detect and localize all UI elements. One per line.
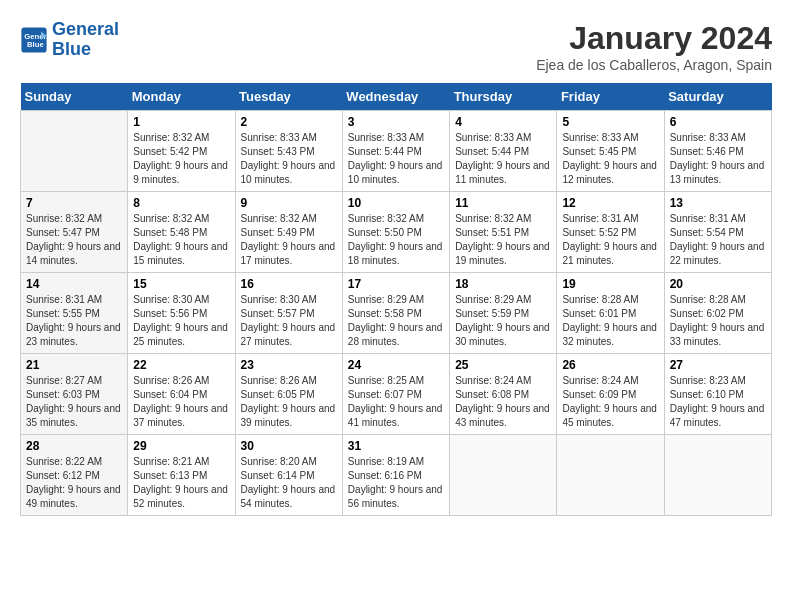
header-day-monday: Monday bbox=[128, 83, 235, 111]
logo-line1: General bbox=[52, 19, 119, 39]
cell-info: Sunrise: 8:25 AMSunset: 6:07 PMDaylight:… bbox=[348, 374, 444, 430]
calendar-cell: 12Sunrise: 8:31 AMSunset: 5:52 PMDayligh… bbox=[557, 192, 664, 273]
calendar-cell: 8Sunrise: 8:32 AMSunset: 5:48 PMDaylight… bbox=[128, 192, 235, 273]
title-block: January 2024 Ejea de los Caballeros, Ara… bbox=[536, 20, 772, 73]
day-number: 13 bbox=[670, 196, 766, 210]
calendar-cell: 17Sunrise: 8:29 AMSunset: 5:58 PMDayligh… bbox=[342, 273, 449, 354]
week-row-5: 28Sunrise: 8:22 AMSunset: 6:12 PMDayligh… bbox=[21, 435, 772, 516]
day-number: 20 bbox=[670, 277, 766, 291]
calendar-cell: 10Sunrise: 8:32 AMSunset: 5:50 PMDayligh… bbox=[342, 192, 449, 273]
day-number: 25 bbox=[455, 358, 551, 372]
header-day-tuesday: Tuesday bbox=[235, 83, 342, 111]
day-number: 21 bbox=[26, 358, 122, 372]
location-subtitle: Ejea de los Caballeros, Aragon, Spain bbox=[536, 57, 772, 73]
svg-text:Blue: Blue bbox=[27, 40, 44, 49]
day-number: 27 bbox=[670, 358, 766, 372]
cell-info: Sunrise: 8:33 AMSunset: 5:43 PMDaylight:… bbox=[241, 131, 337, 187]
header-day-thursday: Thursday bbox=[450, 83, 557, 111]
calendar-body: 1Sunrise: 8:32 AMSunset: 5:42 PMDaylight… bbox=[21, 111, 772, 516]
cell-info: Sunrise: 8:22 AMSunset: 6:12 PMDaylight:… bbox=[26, 455, 122, 511]
cell-info: Sunrise: 8:24 AMSunset: 6:09 PMDaylight:… bbox=[562, 374, 658, 430]
logo-line2: Blue bbox=[52, 39, 91, 59]
cell-info: Sunrise: 8:31 AMSunset: 5:52 PMDaylight:… bbox=[562, 212, 658, 268]
day-number: 19 bbox=[562, 277, 658, 291]
cell-info: Sunrise: 8:32 AMSunset: 5:48 PMDaylight:… bbox=[133, 212, 229, 268]
cell-info: Sunrise: 8:23 AMSunset: 6:10 PMDaylight:… bbox=[670, 374, 766, 430]
week-row-1: 1Sunrise: 8:32 AMSunset: 5:42 PMDaylight… bbox=[21, 111, 772, 192]
cell-info: Sunrise: 8:31 AMSunset: 5:55 PMDaylight:… bbox=[26, 293, 122, 349]
logo-text: General Blue bbox=[52, 20, 119, 60]
day-number: 2 bbox=[241, 115, 337, 129]
calendar-cell: 28Sunrise: 8:22 AMSunset: 6:12 PMDayligh… bbox=[21, 435, 128, 516]
day-number: 31 bbox=[348, 439, 444, 453]
header-day-sunday: Sunday bbox=[21, 83, 128, 111]
cell-info: Sunrise: 8:21 AMSunset: 6:13 PMDaylight:… bbox=[133, 455, 229, 511]
day-number: 23 bbox=[241, 358, 337, 372]
calendar-cell: 16Sunrise: 8:30 AMSunset: 5:57 PMDayligh… bbox=[235, 273, 342, 354]
cell-info: Sunrise: 8:30 AMSunset: 5:56 PMDaylight:… bbox=[133, 293, 229, 349]
calendar-cell: 13Sunrise: 8:31 AMSunset: 5:54 PMDayligh… bbox=[664, 192, 771, 273]
calendar-cell: 22Sunrise: 8:26 AMSunset: 6:04 PMDayligh… bbox=[128, 354, 235, 435]
calendar-cell: 19Sunrise: 8:28 AMSunset: 6:01 PMDayligh… bbox=[557, 273, 664, 354]
calendar-cell: 2Sunrise: 8:33 AMSunset: 5:43 PMDaylight… bbox=[235, 111, 342, 192]
cell-info: Sunrise: 8:32 AMSunset: 5:50 PMDaylight:… bbox=[348, 212, 444, 268]
cell-info: Sunrise: 8:32 AMSunset: 5:47 PMDaylight:… bbox=[26, 212, 122, 268]
cell-info: Sunrise: 8:20 AMSunset: 6:14 PMDaylight:… bbox=[241, 455, 337, 511]
calendar-header: SundayMondayTuesdayWednesdayThursdayFrid… bbox=[21, 83, 772, 111]
day-number: 11 bbox=[455, 196, 551, 210]
calendar-cell: 23Sunrise: 8:26 AMSunset: 6:05 PMDayligh… bbox=[235, 354, 342, 435]
cell-info: Sunrise: 8:33 AMSunset: 5:44 PMDaylight:… bbox=[455, 131, 551, 187]
day-number: 17 bbox=[348, 277, 444, 291]
day-number: 6 bbox=[670, 115, 766, 129]
day-number: 30 bbox=[241, 439, 337, 453]
header-day-saturday: Saturday bbox=[664, 83, 771, 111]
calendar-cell: 11Sunrise: 8:32 AMSunset: 5:51 PMDayligh… bbox=[450, 192, 557, 273]
calendar-table: SundayMondayTuesdayWednesdayThursdayFrid… bbox=[20, 83, 772, 516]
header-day-friday: Friday bbox=[557, 83, 664, 111]
calendar-cell bbox=[21, 111, 128, 192]
header-day-wednesday: Wednesday bbox=[342, 83, 449, 111]
cell-info: Sunrise: 8:30 AMSunset: 5:57 PMDaylight:… bbox=[241, 293, 337, 349]
calendar-cell: 26Sunrise: 8:24 AMSunset: 6:09 PMDayligh… bbox=[557, 354, 664, 435]
day-number: 14 bbox=[26, 277, 122, 291]
header-row: SundayMondayTuesdayWednesdayThursdayFrid… bbox=[21, 83, 772, 111]
day-number: 28 bbox=[26, 439, 122, 453]
day-number: 9 bbox=[241, 196, 337, 210]
day-number: 26 bbox=[562, 358, 658, 372]
cell-info: Sunrise: 8:32 AMSunset: 5:42 PMDaylight:… bbox=[133, 131, 229, 187]
day-number: 15 bbox=[133, 277, 229, 291]
cell-info: Sunrise: 8:29 AMSunset: 5:59 PMDaylight:… bbox=[455, 293, 551, 349]
calendar-cell: 14Sunrise: 8:31 AMSunset: 5:55 PMDayligh… bbox=[21, 273, 128, 354]
week-row-4: 21Sunrise: 8:27 AMSunset: 6:03 PMDayligh… bbox=[21, 354, 772, 435]
day-number: 18 bbox=[455, 277, 551, 291]
calendar-cell: 1Sunrise: 8:32 AMSunset: 5:42 PMDaylight… bbox=[128, 111, 235, 192]
cell-info: Sunrise: 8:28 AMSunset: 6:02 PMDaylight:… bbox=[670, 293, 766, 349]
calendar-cell: 15Sunrise: 8:30 AMSunset: 5:56 PMDayligh… bbox=[128, 273, 235, 354]
calendar-cell: 9Sunrise: 8:32 AMSunset: 5:49 PMDaylight… bbox=[235, 192, 342, 273]
calendar-cell: 25Sunrise: 8:24 AMSunset: 6:08 PMDayligh… bbox=[450, 354, 557, 435]
cell-info: Sunrise: 8:28 AMSunset: 6:01 PMDaylight:… bbox=[562, 293, 658, 349]
cell-info: Sunrise: 8:32 AMSunset: 5:49 PMDaylight:… bbox=[241, 212, 337, 268]
calendar-cell: 5Sunrise: 8:33 AMSunset: 5:45 PMDaylight… bbox=[557, 111, 664, 192]
calendar-cell: 6Sunrise: 8:33 AMSunset: 5:46 PMDaylight… bbox=[664, 111, 771, 192]
calendar-cell: 18Sunrise: 8:29 AMSunset: 5:59 PMDayligh… bbox=[450, 273, 557, 354]
calendar-cell: 29Sunrise: 8:21 AMSunset: 6:13 PMDayligh… bbox=[128, 435, 235, 516]
cell-info: Sunrise: 8:19 AMSunset: 6:16 PMDaylight:… bbox=[348, 455, 444, 511]
cell-info: Sunrise: 8:24 AMSunset: 6:08 PMDaylight:… bbox=[455, 374, 551, 430]
cell-info: Sunrise: 8:26 AMSunset: 6:04 PMDaylight:… bbox=[133, 374, 229, 430]
cell-info: Sunrise: 8:33 AMSunset: 5:45 PMDaylight:… bbox=[562, 131, 658, 187]
day-number: 12 bbox=[562, 196, 658, 210]
day-number: 8 bbox=[133, 196, 229, 210]
day-number: 10 bbox=[348, 196, 444, 210]
page-header: General Blue General Blue January 2024 E… bbox=[20, 20, 772, 73]
calendar-cell: 30Sunrise: 8:20 AMSunset: 6:14 PMDayligh… bbox=[235, 435, 342, 516]
cell-info: Sunrise: 8:27 AMSunset: 6:03 PMDaylight:… bbox=[26, 374, 122, 430]
calendar-cell bbox=[450, 435, 557, 516]
calendar-cell: 4Sunrise: 8:33 AMSunset: 5:44 PMDaylight… bbox=[450, 111, 557, 192]
calendar-cell: 31Sunrise: 8:19 AMSunset: 6:16 PMDayligh… bbox=[342, 435, 449, 516]
logo: General Blue General Blue bbox=[20, 20, 119, 60]
day-number: 5 bbox=[562, 115, 658, 129]
cell-info: Sunrise: 8:33 AMSunset: 5:46 PMDaylight:… bbox=[670, 131, 766, 187]
day-number: 1 bbox=[133, 115, 229, 129]
calendar-cell bbox=[557, 435, 664, 516]
